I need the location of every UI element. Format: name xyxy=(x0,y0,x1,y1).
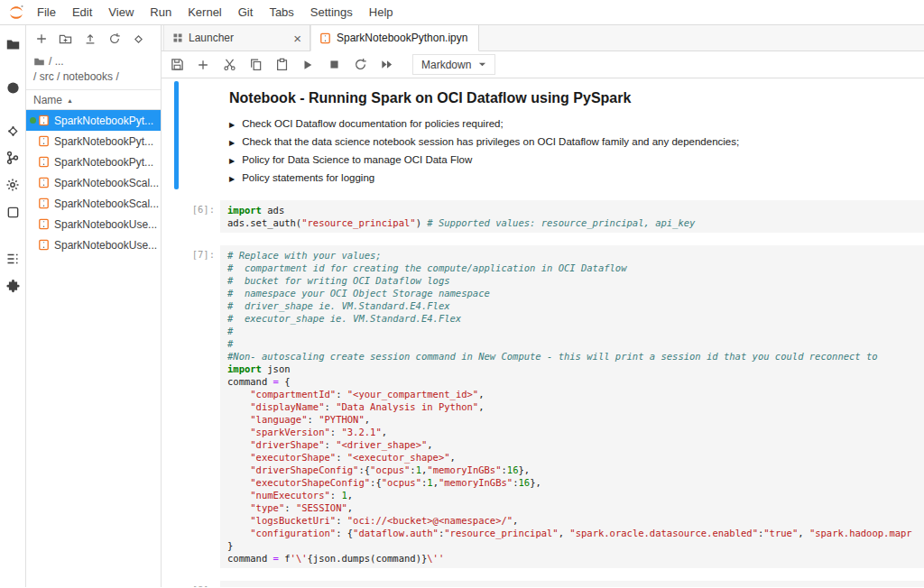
cell-input[interactable]: import adsads.set_auth("resource_princip… xyxy=(220,200,924,233)
file-name: SparkNotebookPyt... xyxy=(54,115,153,127)
notebook-toolbar: Markdown xyxy=(162,51,924,78)
file-item[interactable]: SparkNotebookUse... xyxy=(26,214,161,234)
copy-icon[interactable] xyxy=(248,58,263,72)
breadcrumb-root[interactable]: / ... xyxy=(49,54,64,69)
bullet-text: Check OCI Dataflow documentation for pol… xyxy=(242,117,504,131)
branches-icon[interactable] xyxy=(3,148,23,168)
file-item[interactable]: SparkNotebookUse... xyxy=(26,234,161,255)
green-running-dot xyxy=(30,117,36,124)
menu-bar: FileEditViewRunKernelGitTabsSettingsHelp xyxy=(0,0,924,25)
menu-tabs[interactable]: Tabs xyxy=(261,0,301,24)
markdown-title: Notebook - Running Spark on OCI Dataflow… xyxy=(229,90,915,106)
file-name: SparkNotebookPyt... xyxy=(54,156,153,169)
bullet-text: Check that the data science notebook ses… xyxy=(242,135,739,149)
main-area: Launcher × SparkNotebookPython.ipyn xyxy=(162,25,924,587)
markdown-body: Notebook - Running Spark on OCI Dataflow… xyxy=(220,81,924,189)
name-header-label: Name xyxy=(33,94,62,106)
file-item[interactable]: SparkNotebookPyt... xyxy=(26,110,161,131)
breadcrumb: / ... / src / notebooks / xyxy=(26,52,161,89)
table-of-contents-icon[interactable] xyxy=(3,249,23,269)
launcher-icon xyxy=(172,32,183,43)
jupyter-logo xyxy=(5,4,27,22)
commands-icon[interactable] xyxy=(3,202,23,222)
upload-icon[interactable] xyxy=(83,32,97,46)
markdown-bullet: ▶Policy for Data Science to manage OCI D… xyxy=(229,153,915,168)
notebook-file-icon xyxy=(38,135,50,147)
file-item[interactable]: SparkNotebookScal... xyxy=(26,172,161,193)
bullet-text: Policy for Data Science to manage OCI Da… xyxy=(242,153,472,167)
new-launcher-icon[interactable] xyxy=(34,32,48,46)
activity-bar xyxy=(0,25,26,587)
code-cell: [8]:load_ext dataflow.magics xyxy=(162,581,924,587)
menu-run[interactable]: Run xyxy=(142,0,180,24)
tab-bar: Launcher × SparkNotebookPython.ipyn xyxy=(162,25,924,51)
markdown-cell[interactable]: Notebook - Running Spark on OCI Dataflow… xyxy=(162,81,924,189)
tab-label: Launcher xyxy=(189,32,234,44)
file-name: SparkNotebookScal... xyxy=(54,177,159,189)
bullet-triangle-icon: ▶ xyxy=(229,136,235,150)
git-diamond-icon[interactable] xyxy=(132,32,145,46)
menu-kernel[interactable]: Kernel xyxy=(180,0,230,24)
cell-prompt: [7]: xyxy=(179,245,220,568)
running-kernel-dot xyxy=(28,117,38,124)
cell-prompt xyxy=(179,81,220,189)
markdown-bullet: ▶Check OCI Dataflow documentation for po… xyxy=(229,117,915,132)
file-item[interactable]: SparkNotebookPyt... xyxy=(26,152,161,172)
save-icon[interactable] xyxy=(170,58,184,72)
menu-help[interactable]: Help xyxy=(361,0,402,24)
notebook-file-icon xyxy=(38,239,50,251)
tab-launcher[interactable]: Launcher × xyxy=(163,25,310,51)
file-list-name-header[interactable]: Name ▲ xyxy=(26,89,161,110)
tab-notebook[interactable]: SparkNotebookPython.ipyn xyxy=(310,25,479,51)
notebook-content: Notebook - Running Spark on OCI Dataflow… xyxy=(162,78,924,587)
file-item[interactable]: SparkNotebookScal... xyxy=(26,193,161,214)
menu-git[interactable]: Git xyxy=(230,0,262,24)
extensions-icon[interactable] xyxy=(3,276,23,296)
run-icon[interactable] xyxy=(300,58,315,72)
markdown-bullets: ▶Check OCI Dataflow documentation for po… xyxy=(229,117,915,186)
file-name: SparkNotebookUse... xyxy=(54,239,157,252)
breadcrumb-folder-icon[interactable] xyxy=(33,56,45,68)
notebook-file-icon xyxy=(38,177,50,188)
file-name: SparkNotebookPyt... xyxy=(54,135,153,148)
cell-input[interactable]: # Replace with your values;# compartment… xyxy=(220,245,924,568)
git-icon[interactable] xyxy=(3,121,23,141)
file-name: SparkNotebookScal... xyxy=(54,198,159,210)
bullet-triangle-icon: ▶ xyxy=(229,118,235,132)
paste-icon[interactable] xyxy=(274,58,289,72)
restart-kernel-icon[interactable] xyxy=(353,58,367,72)
menu-view[interactable]: View xyxy=(100,0,142,24)
sort-caret-icon: ▲ xyxy=(67,97,73,104)
menu-settings[interactable]: Settings xyxy=(302,0,361,24)
menu-edit[interactable]: Edit xyxy=(64,0,100,24)
chevron-down-icon xyxy=(478,60,486,69)
cell-input[interactable]: load_ext dataflow.magics xyxy=(220,581,924,587)
file-item[interactable]: SparkNotebookPyt... xyxy=(26,131,161,152)
code-cells: [6]:import adsads.set_auth("resource_pri… xyxy=(162,200,924,587)
file-name: SparkNotebookUse... xyxy=(54,218,157,231)
refresh-icon[interactable] xyxy=(107,32,121,46)
stop-icon[interactable] xyxy=(327,58,341,72)
bullet-text: Policy statements for logging xyxy=(242,171,374,185)
menu-file[interactable]: File xyxy=(29,0,64,24)
cut-icon[interactable] xyxy=(222,58,236,72)
breadcrumb-path[interactable]: / src / notebooks / xyxy=(33,69,119,85)
file-list: SparkNotebookPyt...SparkNotebookPyt...Sp… xyxy=(26,110,161,255)
close-icon[interactable]: × xyxy=(293,32,301,45)
notebook-file-icon xyxy=(38,156,50,168)
restart-run-all-icon[interactable] xyxy=(379,58,393,72)
settings-gear-icon[interactable] xyxy=(3,175,23,195)
file-browser: / ... / src / notebooks / Name ▲ SparkNo… xyxy=(26,25,162,587)
file-browser-toolbar xyxy=(26,25,161,52)
insert-cell-icon[interactable] xyxy=(196,58,210,72)
running-kernels-icon[interactable] xyxy=(3,78,23,97)
cell-type-dropdown[interactable]: Markdown xyxy=(412,54,495,75)
menu-bar-items: FileEditViewRunKernelGitTabsSettingsHelp xyxy=(29,0,402,24)
cell-prompt: [6]: xyxy=(179,200,220,233)
notebook-file-icon xyxy=(38,115,50,126)
notebook-file-icon xyxy=(38,218,50,230)
markdown-bullet: ▶Policy statements for logging xyxy=(229,171,915,186)
file-browser-icon[interactable] xyxy=(3,34,23,54)
new-folder-icon[interactable] xyxy=(59,32,72,46)
markdown-bullet: ▶Check that the data science notebook se… xyxy=(229,135,915,150)
